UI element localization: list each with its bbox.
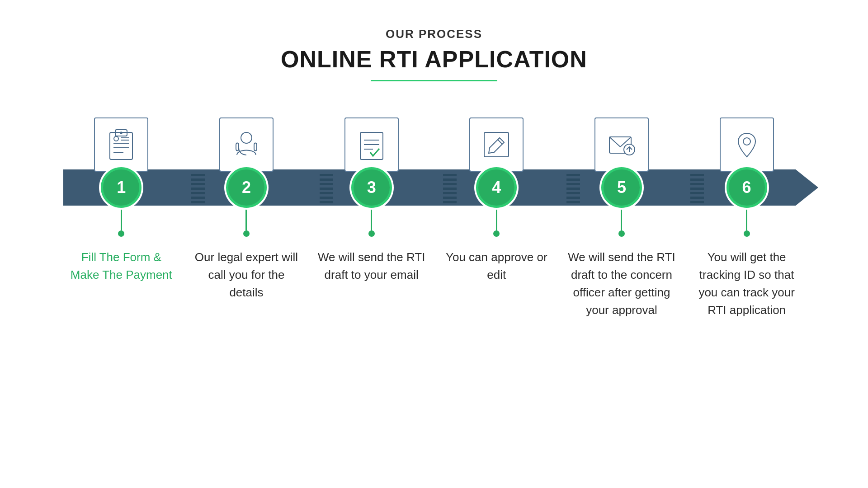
step-3-line (371, 208, 372, 230)
lines-row (50, 208, 818, 237)
step-3-dot (368, 230, 375, 237)
step-5-description: We will send the RTI draft to the concer… (567, 249, 676, 319)
main-title: ONLINE RTI APPLICATION (281, 46, 587, 73)
step-4-line (496, 208, 497, 230)
line-6 (744, 208, 750, 237)
step-4-label: You can approve or edit (442, 241, 551, 319)
step-1-description: Fill The Form & Make The Payment (67, 249, 175, 284)
step-1-label: Fill The Form & Make The Payment (67, 241, 175, 319)
step-6-dot (744, 230, 750, 237)
svg-point-19 (743, 138, 750, 145)
line-3 (368, 208, 375, 237)
step-4-wrapper: 4 (476, 167, 517, 208)
step-2-icon-box (219, 117, 274, 172)
step-6-icon-box (720, 117, 774, 172)
line-5 (618, 208, 625, 237)
edit-icon (481, 129, 512, 160)
form-icon (105, 129, 137, 160)
line-1 (118, 208, 124, 237)
step-3-wrapper: 3 (351, 167, 392, 208)
location-icon (731, 129, 763, 160)
step-5-label: We will send the RTI draft to the concer… (567, 241, 676, 319)
step-4-description: You can approve or edit (442, 249, 551, 284)
subtitle: OUR PROCESS (281, 27, 587, 41)
svg-rect-14 (484, 132, 509, 157)
email-send-icon (606, 129, 637, 160)
step-5-line (621, 208, 622, 230)
step-2-dot (243, 230, 250, 237)
step-1-circle: 1 (101, 167, 142, 208)
line-4 (493, 208, 500, 237)
step-6-label: You will get the tracking ID so that you… (693, 241, 801, 319)
support-icon (231, 129, 262, 160)
document-check-icon (356, 129, 387, 160)
step-3-label: We will send the RTI draft to your email (317, 241, 426, 319)
arrow-bar (63, 169, 818, 206)
step-3-description: We will send the RTI draft to your email (317, 249, 426, 284)
svg-point-2 (120, 132, 122, 134)
separator-5 (690, 172, 704, 203)
separator-4 (566, 172, 580, 203)
step-2-description: Our legal expert will call you for the d… (192, 249, 301, 301)
icons-row (50, 117, 818, 172)
step-1-icon-box (94, 117, 148, 172)
step-1-wrapper: 1 (101, 167, 142, 208)
step-3-circle: 3 (351, 167, 392, 208)
step-2-wrapper: 2 (226, 167, 267, 208)
step-2-label: Our legal expert will call you for the d… (192, 241, 301, 319)
line-2 (243, 208, 250, 237)
step-6-circle: 6 (726, 167, 767, 208)
svg-point-6 (114, 136, 118, 141)
step-4-icon-box (469, 117, 524, 172)
labels-row: Fill The Form & Make The Payment Our leg… (50, 241, 818, 319)
step-3-icon-box (344, 117, 399, 172)
step-1-dot (118, 230, 124, 237)
step-5-circle: 5 (601, 167, 642, 208)
step-1-line (121, 208, 122, 230)
svg-rect-10 (360, 132, 383, 160)
step-4-dot (493, 230, 500, 237)
step-4-circle: 4 (476, 167, 517, 208)
separator-2 (320, 172, 333, 203)
step-6-wrapper: 6 (726, 167, 767, 208)
step-5-dot (618, 230, 625, 237)
step-5-icon-box (594, 117, 649, 172)
page-header: OUR PROCESS ONLINE RTI APPLICATION (281, 27, 587, 81)
title-underline (371, 80, 497, 81)
timeline-row: 1 2 3 4 5 6 (50, 167, 818, 208)
step-2-line (245, 208, 247, 230)
step-6-description: You will get the tracking ID so that you… (693, 249, 801, 319)
separator-3 (443, 172, 457, 203)
step-2-circle: 2 (226, 167, 267, 208)
separator-1 (191, 172, 205, 203)
process-container: 1 2 3 4 5 6 (50, 117, 818, 319)
step-5-wrapper: 5 (601, 167, 642, 208)
svg-point-9 (241, 132, 252, 143)
step-6-line (746, 208, 747, 230)
